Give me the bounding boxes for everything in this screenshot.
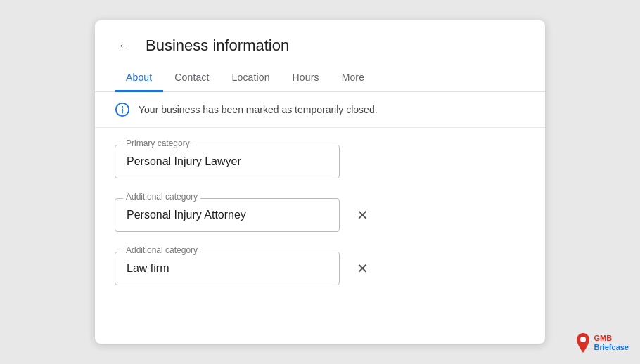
tabs-nav: About Contact Location Hours More — [95, 65, 545, 92]
close-icon: ✕ — [357, 207, 369, 223]
tab-location[interactable]: Location — [221, 65, 281, 92]
svg-point-2 — [122, 106, 123, 108]
additional-category-1-field: Additional category — [115, 198, 340, 232]
remove-additional-2-button[interactable]: ✕ — [351, 257, 374, 280]
svg-point-3 — [580, 337, 586, 342]
primary-category-label: Primary category — [123, 138, 193, 148]
additional-category-2-input[interactable] — [115, 252, 340, 285]
map-pin-icon — [575, 333, 591, 353]
info-banner-text: Your business has been marked as tempora… — [139, 104, 378, 115]
additional-category-2-field: Additional category — [115, 252, 340, 285]
info-banner: Your business has been marked as tempora… — [95, 92, 545, 128]
remove-additional-1-button[interactable]: ✕ — [351, 204, 374, 226]
card-header: ← Business information — [95, 20, 545, 65]
primary-category-group: Primary category — [115, 145, 525, 178]
form-area: Primary category Additional category ✕ A… — [95, 128, 545, 302]
close-icon: ✕ — [357, 260, 369, 277]
additional-category-1-input[interactable] — [115, 198, 340, 232]
additional-category-1-group: Additional category ✕ — [115, 198, 525, 232]
tab-about[interactable]: About — [115, 65, 163, 92]
gmb-logo: GMB Briefcase — [575, 333, 629, 353]
primary-category-field: Primary category — [115, 145, 340, 178]
additional-category-2-group: Additional category ✕ — [115, 252, 525, 285]
page-title: Business information — [146, 37, 289, 55]
tab-contact[interactable]: Contact — [163, 65, 220, 92]
tab-more[interactable]: More — [331, 65, 376, 92]
tab-hours[interactable]: Hours — [281, 65, 331, 92]
info-icon — [115, 102, 130, 117]
primary-category-input[interactable] — [115, 145, 340, 178]
back-button[interactable]: ← — [115, 34, 134, 56]
gmb-brand-text: GMB Briefcase — [594, 334, 629, 352]
additional-category-2-label: Additional category — [123, 245, 200, 255]
business-info-card: ← Business information About Contact Loc… — [95, 20, 545, 344]
additional-category-1-label: Additional category — [123, 192, 200, 202]
